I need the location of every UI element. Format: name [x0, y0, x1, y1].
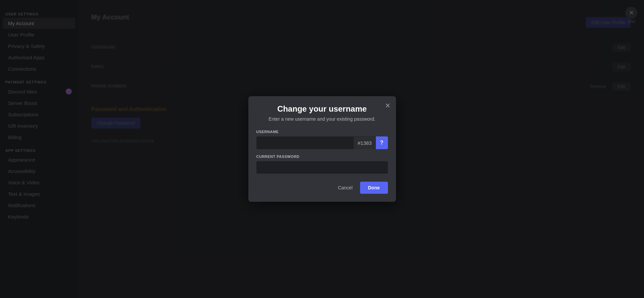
discriminator-display: #1383 [354, 137, 376, 149]
modal-overlay: ✕ Change your username Enter a new usern… [0, 0, 644, 298]
username-field-label: USERNAME [256, 130, 388, 134]
modal-actions: Cancel Done [256, 182, 388, 194]
current-password-input[interactable] [256, 161, 388, 174]
modal-close-button[interactable]: ✕ [385, 102, 391, 110]
modal-title: Change your username [256, 104, 388, 114]
username-input-row: #1383 ? [256, 136, 388, 149]
change-username-modal: ✕ Change your username Enter a new usern… [248, 96, 396, 202]
done-button[interactable]: Done [360, 182, 388, 194]
password-field-label: CURRENT PASSWORD [256, 155, 388, 159]
discriminator-help-button[interactable]: ? [376, 136, 388, 149]
modal-subtitle: Enter a new username and your existing p… [256, 116, 388, 122]
cancel-button[interactable]: Cancel [335, 182, 356, 194]
username-input[interactable] [256, 137, 354, 149]
